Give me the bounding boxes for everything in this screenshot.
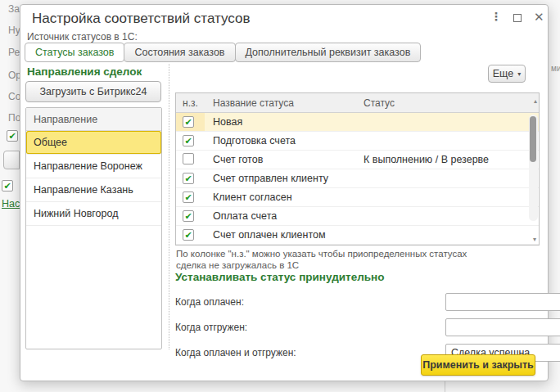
background-text-fragment: За bbox=[8, 3, 20, 15]
scroll-down-icon[interactable]: ▾ bbox=[533, 236, 536, 243]
force-status-header: Устанавливать статус принудительно bbox=[175, 271, 384, 283]
background-button-fragment[interactable] bbox=[3, 151, 20, 169]
more-button[interactable]: Еще ▾ bbox=[488, 65, 526, 83]
tab-order-statuses[interactable]: Статусы заказов bbox=[25, 43, 124, 62]
when-paid-and-shipped-row: Когда оплачен и отгружен:▾ bbox=[175, 343, 291, 362]
status-name-cell: Подготовка счета bbox=[205, 135, 362, 146]
kebab-menu-icon[interactable]: ⋮ bbox=[490, 10, 502, 23]
checkbox-checked-icon[interactable]: ✔ bbox=[183, 210, 194, 222]
when-paid-input[interactable] bbox=[445, 293, 560, 311]
directions-list: Направление ОбщееНаправление ВоронежНапр… bbox=[25, 107, 162, 349]
when-shipped-input[interactable] bbox=[445, 318, 560, 336]
checkbox-checked-icon[interactable]: ✔ bbox=[183, 116, 194, 128]
nz-cell: ✔ bbox=[176, 113, 205, 131]
status-name-cell: Новая bbox=[205, 116, 362, 128]
close-icon[interactable]: ✕ bbox=[534, 10, 544, 25]
deal-directions-header: Направления сделок bbox=[27, 65, 142, 78]
nz-cell: ✔ bbox=[176, 135, 205, 146]
apply-and-close-button[interactable]: Применить и закрыть bbox=[421, 354, 535, 376]
checkbox-checked-icon[interactable]: ✔ bbox=[183, 191, 194, 203]
background-checkbox-checked-2[interactable]: ✔ bbox=[2, 180, 13, 191]
table-row[interactable]: ✔Оплата счета bbox=[176, 207, 539, 226]
background-settings-link[interactable]: Нас bbox=[2, 198, 20, 210]
table-row[interactable]: ✔Новая bbox=[176, 113, 539, 132]
checkbox-unchecked-icon[interactable] bbox=[183, 153, 194, 164]
scroll-up-icon[interactable]: ▴ bbox=[534, 97, 537, 105]
checkbox-checked-icon[interactable]: ✔ bbox=[183, 229, 194, 241]
direction-item[interactable]: Направление Казань bbox=[26, 178, 161, 202]
background-page: ЗаНуРеОрСоПо ✔ ✔ Нас ми Настройка соотве… bbox=[0, 0, 560, 392]
when-shipped-row: Когда отгружен:▾ bbox=[175, 318, 291, 336]
when-shipped-label: Когда отгружен: bbox=[175, 322, 291, 333]
table-row[interactable]: ✔Счет отправлен клиенту bbox=[176, 169, 539, 188]
background-text-fragment: Ре bbox=[8, 47, 20, 58]
background-divider-line bbox=[445, 381, 445, 392]
when-paid-label: Когда оплачен: bbox=[175, 296, 291, 308]
when-paid-row: Когда оплачен:▾ bbox=[175, 292, 291, 311]
panel-splitter[interactable] bbox=[169, 64, 169, 349]
table-scrollbar[interactable] bbox=[529, 115, 538, 221]
status-source-tabs: Статусы заказовСостояния заказовДополнит… bbox=[25, 43, 421, 62]
chevron-down-icon: ▾ bbox=[517, 70, 521, 78]
direction-item[interactable]: Направление Воронеж bbox=[26, 155, 161, 178]
background-right-fragment: ми bbox=[551, 64, 560, 73]
nz-cell bbox=[176, 153, 205, 167]
table-row[interactable]: ✔Счет оплачен клиентом bbox=[176, 226, 539, 245]
column-nz[interactable]: н.з. bbox=[176, 97, 205, 109]
nz-column-note: По колонке "н.з." можно указать чтобы пр… bbox=[176, 248, 467, 271]
status-table-header: н.з. Название статуса Статус ▴ bbox=[176, 93, 539, 113]
status-value-cell: К выполнению / В резерве bbox=[362, 154, 539, 165]
status-name-cell: Оплата счета bbox=[205, 210, 362, 222]
status-name-cell: Счет готов bbox=[205, 154, 362, 165]
load-from-bitrix24-button[interactable]: Загрузить с Битрикс24 bbox=[25, 81, 161, 102]
status-table: н.з. Название статуса Статус ▴ ✔Новая✔По… bbox=[175, 92, 540, 246]
maximize-icon[interactable] bbox=[513, 14, 522, 22]
direction-item[interactable]: Нижний Новгород bbox=[26, 202, 161, 226]
status-name-cell: Счет отправлен клиенту bbox=[205, 173, 362, 184]
tab-order-states[interactable]: Состояния заказов bbox=[124, 43, 235, 62]
directions-list-header: Направление bbox=[26, 108, 161, 131]
nz-cell: ✔ bbox=[176, 210, 205, 222]
checkbox-checked-icon[interactable]: ✔ bbox=[183, 135, 194, 146]
nz-note-line2: сделка не загружалась в 1С bbox=[176, 259, 467, 271]
scrollbar-thumb[interactable] bbox=[530, 116, 536, 162]
status-mapping-dialog: Настройка соответствий статусов ⋮ ✕ Исто… bbox=[20, 4, 549, 381]
table-row[interactable]: ✔Клиент согласен bbox=[176, 188, 539, 207]
dialog-title: Настройка соответствий статусов bbox=[32, 11, 250, 27]
nz-cell: ✔ bbox=[176, 191, 205, 203]
checkbox-checked-icon[interactable]: ✔ bbox=[183, 173, 194, 184]
nz-cell: ✔ bbox=[176, 173, 205, 184]
nz-cell: ✔ bbox=[176, 229, 205, 241]
background-text-fragment: Ну bbox=[8, 25, 20, 36]
status-source-label: Источник статусов в 1С: bbox=[27, 31, 138, 43]
status-name-cell: Счет оплачен клиентом bbox=[205, 229, 362, 241]
column-status[interactable]: Статус bbox=[362, 97, 539, 109]
table-row[interactable]: Счет готовК выполнению / В резерве bbox=[176, 151, 539, 169]
status-name-cell: Клиент согласен bbox=[205, 191, 362, 203]
table-row[interactable]: ✔Подготовка счета bbox=[176, 132, 539, 151]
direction-item[interactable]: Общее bbox=[26, 131, 161, 155]
column-status-name[interactable]: Название статуса bbox=[205, 97, 362, 109]
more-button-label: Еще bbox=[493, 68, 513, 79]
when-paid-and-shipped-label: Когда оплачен и отгружен: bbox=[175, 347, 291, 358]
tab-order-extra-attribute[interactable]: Дополнительный реквизит заказов bbox=[235, 43, 422, 62]
background-checkbox-checked[interactable]: ✔ bbox=[7, 130, 18, 142]
nz-note-line1: По колонке "н.з." можно указать чтобы пр… bbox=[176, 248, 467, 259]
